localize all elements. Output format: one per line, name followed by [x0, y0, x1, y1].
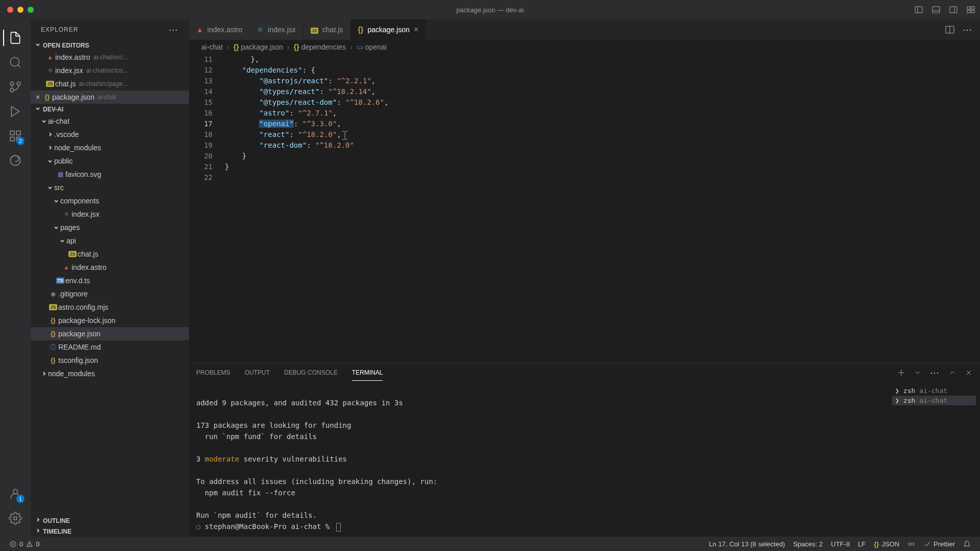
timeline-section[interactable]: TIMELINE	[31, 526, 189, 537]
maximize-window-button[interactable]	[28, 7, 34, 13]
search-activity[interactable]	[3, 50, 28, 75]
eol-status[interactable]: LF	[854, 540, 870, 548]
tree-file[interactable]: ▲index.astro	[31, 261, 189, 274]
tree-folder[interactable]: node_modules	[31, 141, 189, 154]
settings-activity[interactable]	[3, 506, 28, 531]
code-editor[interactable]: 111213141516171819202122 }, "dependencie…	[189, 54, 980, 363]
tree-file[interactable]: JSastro.config.mjs	[31, 301, 189, 314]
encoding-status[interactable]: UTF-8	[827, 540, 854, 548]
terminal-output[interactable]: added 9 packages, and audited 432 packag…	[189, 382, 888, 537]
svg-rect-0	[915, 7, 922, 13]
tree-folder[interactable]: src	[31, 181, 189, 194]
svg-point-13	[10, 88, 14, 92]
accounts-badge: 1	[16, 495, 25, 503]
panel-tabs: PROBLEMS OUTPUT DEBUG CONSOLE TERMINAL ⋯	[189, 363, 980, 382]
terminal-session[interactable]: ❯zshai-chat	[892, 386, 976, 396]
close-icon[interactable]: ×	[36, 93, 40, 101]
extensions-activity[interactable]: 2	[3, 124, 28, 148]
open-editor-item[interactable]: ⚛index.jsxai-chat/src/co...	[31, 64, 189, 77]
tree-file[interactable]: ⓘREADME.md	[31, 340, 189, 354]
outline-section[interactable]: OUTLINE	[31, 515, 189, 526]
svg-rect-17	[16, 131, 20, 135]
open-editor-item[interactable]: ▲index.astroai-chat/src/...	[31, 51, 189, 64]
tree-file[interactable]: TSenv.d.ts	[31, 274, 189, 287]
tab-index-astro[interactable]: ▲index.astro	[189, 19, 250, 40]
chevron-right-icon	[46, 145, 54, 151]
open-editors-section[interactable]: OPEN EDITORS	[31, 40, 189, 51]
tree-folder[interactable]: components	[31, 194, 189, 208]
tab-more-icon[interactable]: ⋯	[963, 24, 973, 35]
tree-file[interactable]: ◉.gitignore	[31, 287, 189, 301]
breadcrumb-segment[interactable]: ▭openai	[357, 43, 387, 51]
sidebar-more-icon[interactable]: ⋯	[169, 24, 179, 35]
debug-console-tab[interactable]: DEBUG CONSOLE	[284, 365, 338, 380]
tree-folder[interactable]: api	[31, 234, 189, 247]
maximize-panel-icon[interactable]	[948, 369, 956, 377]
accounts-activity[interactable]: 1	[3, 481, 28, 506]
open-editor-item[interactable]: ×{}package.jsonai-chat	[31, 90, 189, 104]
tree-file[interactable]: {}package.json	[31, 327, 189, 340]
tree-file[interactable]: JSchat.js	[31, 247, 189, 261]
tab-index-jsx[interactable]: ⚛index.jsx	[250, 19, 303, 40]
indentation-status[interactable]: Spaces: 2	[789, 540, 827, 548]
svg-point-12	[10, 82, 14, 85]
chevron-down-icon	[46, 185, 54, 191]
breadcrumb-segment[interactable]: {}dependencies	[294, 43, 346, 51]
text-cursor-icon	[341, 131, 348, 142]
notifications-status[interactable]	[959, 540, 975, 548]
open-editor-item[interactable]: JSchat.jsai-chat/src/page...	[31, 77, 189, 90]
tree-folder[interactable]: node_modules	[31, 367, 189, 380]
tree-folder[interactable]: public	[31, 154, 189, 168]
tree-file[interactable]: {}tsconfig.json	[31, 354, 189, 367]
project-section[interactable]: DEV-AI	[31, 104, 189, 114]
sidebar-title: EXPLORER	[41, 26, 78, 33]
close-panel-icon[interactable]	[965, 369, 973, 377]
new-terminal-icon[interactable]	[897, 369, 905, 377]
minimize-window-button[interactable]	[17, 7, 24, 13]
terminal-dropdown-icon[interactable]	[914, 369, 922, 377]
react-icon: ⚛	[257, 26, 264, 34]
feedback-status[interactable]	[903, 540, 919, 548]
split-editor-icon[interactable]	[945, 25, 954, 34]
toggle-panel-right-icon[interactable]	[949, 6, 958, 14]
tree-folder[interactable]: .vscode	[31, 128, 189, 141]
svg-rect-16	[10, 131, 14, 135]
panel-more-icon[interactable]: ⋯	[930, 367, 940, 378]
chevron-right-icon: ›	[350, 43, 353, 51]
tab-package-json[interactable]: {}package.json×	[351, 19, 426, 40]
svg-point-14	[17, 82, 20, 85]
terminal-session[interactable]: ❯zshai-chat	[892, 396, 976, 405]
close-icon[interactable]: ×	[414, 25, 418, 34]
language-status[interactable]: {}JSON	[870, 540, 903, 548]
tree-file[interactable]: {}package-lock.json	[31, 314, 189, 327]
code-content[interactable]: }, "dependencies": { "@astrojs/react": "…	[225, 54, 980, 363]
cursor-position[interactable]: Ln 17, Col 13 (8 selected)	[705, 540, 789, 548]
toggle-panel-bottom-icon[interactable]	[932, 6, 940, 14]
problems-status[interactable]: 0 0	[5, 540, 43, 548]
tree-folder[interactable]: ai-chat	[31, 114, 189, 128]
react-icon: ⚛	[45, 67, 55, 74]
files-icon	[9, 31, 22, 44]
tree-file[interactable]: ⚛index.jsx	[31, 208, 189, 221]
svg-rect-4	[950, 7, 957, 13]
breadcrumb-segment[interactable]: {}package.json	[234, 43, 283, 51]
customize-layout-icon[interactable]	[967, 6, 975, 14]
info-icon: ⓘ	[48, 343, 58, 352]
tab-chat-js[interactable]: JSchat.js	[304, 19, 351, 40]
open-editors-label: OPEN EDITORS	[43, 42, 89, 49]
close-window-button[interactable]	[7, 7, 13, 13]
tree-file[interactable]: ▦favicon.svg	[31, 168, 189, 181]
source-control-activity[interactable]	[3, 75, 28, 99]
breadcrumb[interactable]: ai-chat › {}package.json › {}dependencie…	[189, 40, 980, 54]
tree-folder[interactable]: pages	[31, 221, 189, 234]
output-tab[interactable]: OUTPUT	[245, 365, 270, 380]
toggle-panel-left-icon[interactable]	[915, 6, 923, 14]
chevron-right-icon: ›	[287, 43, 290, 51]
problems-tab[interactable]: PROBLEMS	[196, 365, 230, 380]
edge-activity[interactable]	[3, 148, 28, 173]
explorer-activity[interactable]	[3, 26, 28, 50]
breadcrumb-segment[interactable]: ai-chat	[201, 43, 223, 51]
terminal-tab[interactable]: TERMINAL	[352, 365, 383, 381]
debug-activity[interactable]	[3, 99, 28, 124]
prettier-status[interactable]: Prettier	[919, 540, 959, 548]
